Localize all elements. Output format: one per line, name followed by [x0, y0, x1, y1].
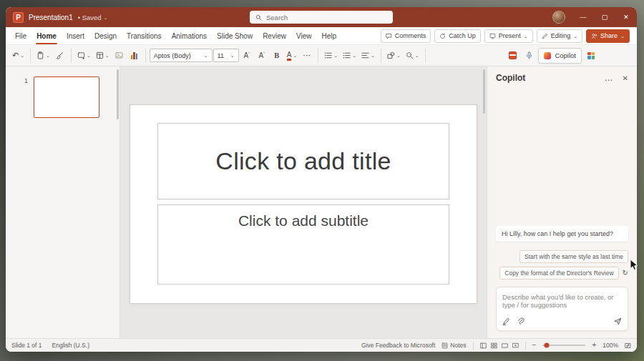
normal-view-icon[interactable]	[480, 342, 487, 349]
font-color-button[interactable]: A ⌄	[285, 48, 300, 64]
menu-animations[interactable]: Animations	[167, 27, 212, 44]
title-placeholder[interactable]: Click to add title	[157, 123, 449, 199]
menu-view[interactable]: View	[291, 27, 317, 44]
menu-design[interactable]: Design	[89, 27, 122, 44]
copilot-close-icon[interactable]: ✕	[623, 74, 628, 82]
align-button[interactable]: ⌄	[359, 48, 377, 64]
separator	[71, 49, 72, 63]
font-name-select[interactable]: Aptos (Body) ⌄	[150, 49, 213, 62]
present-label: Present	[499, 32, 521, 39]
main-area: 1 Click to add title Click to add subtit…	[6, 66, 637, 338]
thumbnail-scrollbar[interactable]	[117, 69, 119, 119]
font-size-select[interactable]: 11 ⌄	[213, 49, 239, 62]
slide-canvas[interactable]: Click to add title Click to add subtitle	[130, 105, 477, 303]
present-button[interactable]: Present ⌄	[484, 29, 533, 43]
chart-button[interactable]	[127, 48, 142, 64]
editing-mode-button[interactable]: Editing ⌄	[537, 29, 582, 43]
comments-button[interactable]: Comments	[381, 29, 431, 43]
copilot-prompt-box[interactable]	[496, 287, 628, 331]
more-font-options-button[interactable]: ⋯	[300, 48, 314, 64]
chevron-down-icon: ⌄	[230, 53, 235, 58]
zoom-out-button[interactable]: −	[532, 342, 537, 349]
editor-scrollbar[interactable]	[483, 69, 485, 114]
zoom-slider-thumb[interactable]	[545, 343, 550, 348]
send-icon[interactable]	[614, 317, 622, 325]
new-slide-button[interactable]: ⌄	[75, 48, 93, 64]
shapes-arrange-button[interactable]: ⌄	[385, 48, 403, 64]
copilot-prompt-input[interactable]	[502, 293, 622, 312]
catch-up-button[interactable]: Catch Up	[434, 29, 481, 43]
format-painter-button[interactable]	[53, 48, 67, 64]
menu-review[interactable]: Review	[258, 27, 291, 44]
slideshow-view-icon[interactable]	[512, 342, 519, 349]
menu-home[interactable]: Home	[31, 27, 62, 44]
slide-thumbnail[interactable]	[34, 76, 99, 118]
title-bar: P Presentation1 • Saved⌄ — ▢ ✕	[6, 7, 637, 27]
menu-transitions[interactable]: Transitions	[122, 27, 167, 44]
minimize-button[interactable]: —	[572, 7, 594, 27]
powerpoint-window: P Presentation1 • Saved⌄ — ▢ ✕ File Home…	[6, 7, 637, 352]
fit-to-window-icon[interactable]	[625, 342, 631, 349]
shrink-mark: ˇ	[263, 51, 265, 56]
attachment-icon[interactable]	[517, 317, 525, 325]
share-button[interactable]: Share ⌄	[586, 29, 630, 43]
menu-bar: File Home Insert Design Transitions Anim…	[6, 27, 637, 45]
chevron-down-icon: ⌄	[352, 53, 356, 58]
font-color-icon: A	[287, 51, 292, 61]
numbering-button[interactable]: ⌄	[341, 48, 358, 64]
refresh-suggestions-icon[interactable]: ↻	[623, 269, 628, 277]
menu-slide-show[interactable]: Slide Show	[212, 27, 258, 44]
add-ins-icon	[509, 51, 517, 59]
grow-font-button[interactable]: Aˆ	[240, 48, 254, 64]
subtitle-placeholder[interactable]: Click to add subtitle	[157, 204, 449, 285]
menu-help[interactable]: Help	[316, 27, 341, 44]
chevron-down-icon: ⌄	[204, 53, 208, 58]
subtitle-placeholder-text: Click to add subtitle	[238, 212, 369, 229]
designer-button[interactable]	[584, 48, 598, 64]
slide-editor-area: Click to add title Click to add subtitle	[120, 66, 487, 338]
user-avatar[interactable]	[552, 11, 565, 24]
search-input[interactable]	[266, 14, 387, 21]
undo-button[interactable]: ↶⌄	[10, 48, 26, 64]
suggestion-chip-1[interactable]: Start with the same style as last time	[519, 250, 628, 263]
add-ins-button[interactable]	[505, 48, 519, 64]
layout-button[interactable]: ⌄	[94, 48, 112, 64]
picture-button[interactable]	[112, 48, 127, 64]
status-bar-right: Give Feedback to Microsoft Notes − + 100…	[361, 342, 631, 350]
view-switcher	[480, 342, 519, 349]
powerpoint-logo-icon[interactable]: P	[13, 12, 24, 23]
zoom-in-button[interactable]: +	[592, 342, 596, 349]
suggestion-chip-2[interactable]: Copy the format of the Director's Review	[499, 267, 618, 280]
dictate-button[interactable]	[522, 48, 536, 64]
bullets-button[interactable]: ⌄	[322, 48, 340, 64]
align-icon	[361, 51, 369, 59]
menu-insert[interactable]: Insert	[62, 27, 89, 44]
find-button[interactable]: ⌄	[404, 48, 421, 64]
slide-thumbnail-pane: 1	[6, 66, 120, 338]
share-people-icon	[591, 33, 597, 39]
document-title[interactable]: Presentation1	[29, 14, 73, 21]
search-box[interactable]	[250, 11, 393, 24]
zoom-slider[interactable]	[542, 345, 585, 346]
separator	[318, 49, 318, 63]
chevron-down-icon: ⌄	[524, 34, 528, 39]
zoom-level[interactable]: 100%	[602, 342, 618, 349]
reading-view-icon[interactable]	[502, 342, 508, 349]
maximize-button[interactable]: ▢	[594, 7, 615, 27]
close-button[interactable]: ✕	[615, 7, 637, 27]
notes-button[interactable]: Notes	[441, 342, 466, 349]
menu-file[interactable]: File	[10, 27, 31, 44]
slide-sorter-view-icon[interactable]	[491, 342, 497, 349]
ribbon-copilot-button[interactable]: Copilot	[538, 48, 582, 64]
autosave-status[interactable]: • Saved⌄	[78, 14, 108, 21]
feedback-link[interactable]: Give Feedback to Microsoft	[361, 342, 435, 349]
language-status[interactable]: English (U.S.)	[52, 342, 89, 349]
suggestion-row: Start with the same style as last time	[519, 250, 628, 263]
shrink-font-button[interactable]: Aˇ	[255, 48, 269, 64]
copilot-panel: Copilot … ✕ Hi Lilly, how can I help get…	[487, 66, 637, 338]
slide-count[interactable]: Slide 1 of 1	[11, 342, 42, 349]
paste-button[interactable]: ⌄	[34, 48, 52, 64]
prompt-pen-icon[interactable]	[502, 317, 510, 325]
bold-button[interactable]: B	[270, 48, 284, 64]
copilot-more-icon[interactable]: …	[605, 73, 614, 83]
